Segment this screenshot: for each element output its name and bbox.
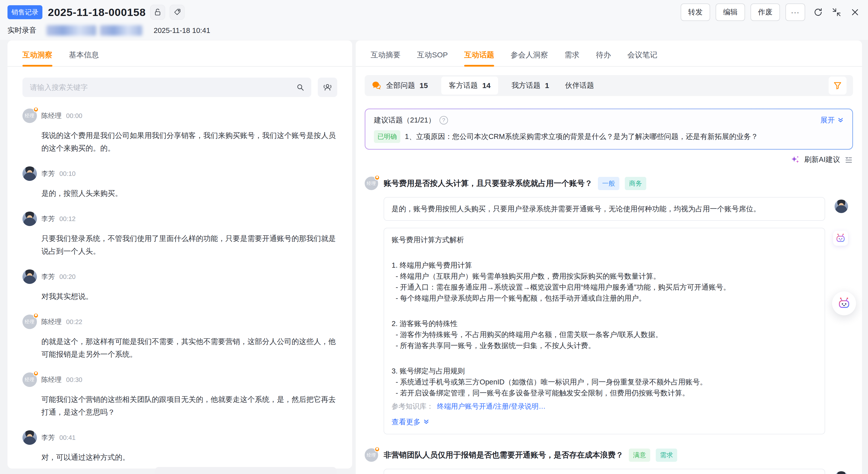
tag-button[interactable] — [169, 5, 185, 20]
right-panel-tab[interactable]: 互动话题 — [464, 50, 494, 66]
close-icon — [850, 8, 860, 17]
see-more-link[interactable]: 查看更多 — [392, 416, 817, 428]
topic-filter-bar: 全部问题 15 客方话题 14 我方话题 1 伙伴话题 — [365, 75, 853, 96]
ai-assistant-button[interactable] — [832, 291, 856, 315]
record-type-badge: 销售记录 — [7, 5, 42, 19]
list-settings-icon[interactable] — [844, 155, 853, 164]
speaker-filter-button[interactable] — [318, 78, 337, 97]
tag-general: 一般 — [598, 177, 619, 190]
transcript-item[interactable]: 经理 陈经理 00:30 可能我们这个营销的这些相关团队的跟项目无关的，他就要走… — [23, 373, 337, 418]
transcript-item[interactable]: 李芳 00:41 对，可以通过这种方式的。 — [23, 430, 337, 464]
right-panel-tab[interactable]: 待办 — [596, 50, 611, 66]
refresh-button[interactable] — [813, 7, 824, 18]
right-panel-tab[interactable]: 互动摘要 — [371, 50, 401, 66]
filter-button[interactable] — [829, 77, 846, 94]
filter-label: 全部问题 — [386, 81, 415, 91]
sparkle-icon — [790, 155, 800, 165]
collapse-button[interactable] — [831, 7, 842, 18]
knowledge-base-row: 参考知识库： 终端用户账号开通/注册/登录说明… — [392, 401, 817, 412]
transcript-item[interactable]: 经理 陈经理 00:22 的就是这个，那这样有可能是我们不需要，其实他不需要营销… — [23, 315, 337, 360]
edit-button[interactable]: 编辑 — [716, 3, 745, 21]
void-button[interactable]: 作废 — [750, 3, 780, 21]
search-input[interactable] — [23, 78, 311, 97]
interaction-insight-panel: 互动洞察 基本信息 经理 陈经理 00:00 我说的这个费用是我们公司如果用 — [7, 40, 352, 469]
speaker-name: 陈经理 — [41, 317, 62, 326]
window-header: 销售记录 2025-11-18-000158 转发 编辑 作废 ··· — [0, 0, 868, 40]
robot-icon — [835, 233, 846, 244]
right-panel-tab[interactable]: 会议笔记 — [627, 50, 657, 66]
topic-filter[interactable]: 客方话题 14 — [441, 77, 498, 94]
tab-interaction-insight[interactable]: 互动洞察 — [23, 50, 52, 66]
transcript-item[interactable]: 经理 陈经理 00:00 我说的这个费用是我们公司如果用我们分享销客，我们来购买… — [23, 109, 337, 154]
utterance-time: 00:10 — [59, 170, 75, 178]
speaker-avatar: 经理 — [23, 373, 37, 387]
speakers-icon — [322, 82, 333, 92]
transcript-item[interactable]: 李芳 00:10 是的，按照人头来购买。 — [23, 167, 337, 200]
speaker-name: 陈经理 — [41, 375, 62, 384]
expand-link[interactable]: 展开 — [820, 115, 844, 125]
detail-line: 账号费用计算方式解析 — [392, 234, 817, 245]
utterance-text: 的就是这个，那这样有可能是我们不需要，其实他不需要营销，这部分人公司的这些人，他… — [41, 335, 337, 360]
detail-line — [392, 245, 817, 260]
detail-line: - 终端用户（互联用户）账号需单独购买用户数，费用按实际购买的账号数量计算。 — [392, 271, 817, 282]
robot-icon — [837, 296, 851, 310]
utterance-text: 是的，按照人头来购买。 — [41, 187, 337, 200]
help-icon[interactable]: ? — [439, 116, 448, 124]
chat-bubbles-icon — [371, 80, 382, 91]
detail-line: - 开通入口：需在服务通应用→系统设置→概览设置中启用“终端用户服务通”功能，购… — [392, 282, 817, 293]
detail-line: 1. 终端用户账号费用计算 — [392, 260, 817, 271]
right-panel-tab[interactable]: 互动SOP — [417, 50, 448, 66]
detail-line: 3. 账号绑定与占用规则 — [392, 365, 817, 377]
right-tabs: 互动摘要互动SOP互动话题参会人洞察需求待办会议笔记 — [356, 40, 862, 67]
kb-link[interactable]: 终端用户账号开通/注册/登录说明… — [437, 401, 546, 412]
interaction-topics-panel: 互动摘要互动SOP互动话题参会人洞察需求待办会议笔记 全部问题 15 客方话题 … — [356, 40, 862, 474]
right-panel-tab[interactable]: 参会人洞察 — [510, 50, 548, 66]
collapse-icon — [832, 7, 841, 17]
search-box — [23, 78, 311, 97]
qa-card: 经理 账号费用是否按人头计算，且只要登录系统就占用一个账号？ 一般 商务 是的，… — [365, 177, 853, 434]
lock-button[interactable] — [150, 5, 165, 20]
ai-robot-chip[interactable] — [833, 231, 848, 246]
question-avatar: 经理 — [365, 448, 378, 462]
search-icon[interactable] — [296, 83, 305, 92]
tag-satisfied: 满意 — [629, 449, 650, 462]
utterance-time: 00:20 — [59, 273, 75, 280]
refresh-ai-button[interactable]: 刷新AI建议 — [804, 155, 840, 165]
speaker-avatar: 经理 — [23, 109, 37, 123]
tab-basic-info[interactable]: 基本信息 — [69, 50, 99, 66]
forward-button[interactable]: 转发 — [681, 3, 710, 21]
detail-line: - 系统通过手机号或第三方OpenID（如微信）唯一标识用户，同一身份重复登录不… — [392, 377, 817, 387]
transcript-item[interactable]: 李芳 00:12 只要我们登录系统，不管我们使用了里面什么样的功能，只要是需要开… — [23, 212, 337, 258]
bottom-popup-edge — [155, 467, 337, 474]
source-label: 实时录音 — [7, 25, 36, 35]
detail-line — [392, 304, 817, 318]
speaker-name: 李芳 — [41, 433, 55, 442]
funnel-icon — [833, 81, 842, 90]
status-badge: 已明确 — [374, 130, 400, 143]
speaker-name: 陈经理 — [41, 111, 62, 120]
topic-filter[interactable]: 我方话题 1 — [512, 81, 549, 91]
filter-count: 14 — [482, 81, 490, 90]
answerer-avatar — [835, 200, 848, 213]
utterance-text: 对，可以通过这种方式的。 — [41, 451, 337, 464]
speaker-avatar — [23, 167, 37, 181]
topic-filter[interactable]: 伙伴话题 — [565, 81, 594, 91]
speaker-avatar: 经理 — [23, 315, 37, 329]
topic-filter[interactable]: 全部问题 15 — [371, 80, 428, 91]
filter-label: 伙伴话题 — [565, 81, 594, 91]
question-title: 账号费用是否按人头计算，且只要登录系统就占用一个账号？ — [383, 178, 592, 188]
filter-count: 15 — [420, 81, 428, 90]
utterance-time: 00:12 — [59, 215, 75, 223]
utterance-time: 00:41 — [59, 434, 75, 442]
detail-line — [392, 351, 817, 365]
utterance-text: 可能我们这个营销的这些相关团队的跟项目无关的，他就要走这个系统，是，然后把它再去… — [41, 393, 337, 418]
utterance-text: 对我其实想说。 — [41, 290, 337, 303]
record-datetime: 2025-11-18 10:41 — [154, 26, 210, 35]
speaker-name: 李芳 — [41, 169, 55, 178]
more-button[interactable]: ··· — [785, 3, 805, 21]
chevron-double-down-icon — [837, 117, 844, 123]
right-panel-tab[interactable]: 需求 — [564, 50, 580, 66]
transcript-item[interactable]: 李芳 00:20 对我其实想说。 — [23, 269, 337, 303]
filter-count: 1 — [545, 81, 549, 90]
close-button[interactable] — [849, 7, 861, 18]
